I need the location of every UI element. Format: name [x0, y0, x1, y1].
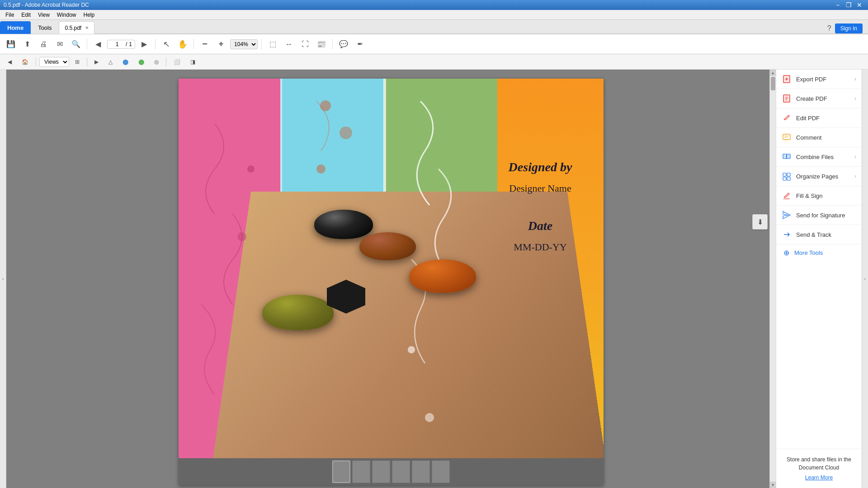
fit-page-button[interactable]: ⬚ [265, 37, 280, 52]
panel-item-organize-pages[interactable]: Organize Pages › [776, 167, 862, 186]
panel-item-comment[interactable]: Comment [776, 128, 862, 147]
combine-files-icon [782, 152, 792, 162]
save-button[interactable]: 💾 [4, 37, 18, 52]
thumbnail-5[interactable] [412, 460, 430, 483]
panel-spacer [776, 261, 862, 449]
sign-tool-button[interactable]: ✒ [353, 37, 367, 52]
edit-pdf-label: Edit PDF [796, 115, 856, 122]
tab-close-icon[interactable]: ✕ [85, 25, 89, 30]
panel-item-send-signature[interactable]: Send for Signature [776, 206, 862, 225]
scroll-track[interactable] [770, 76, 776, 482]
svg-rect-11 [783, 134, 790, 140]
thumbnail-3[interactable] [372, 460, 390, 483]
designed-by-text: Designed by [491, 160, 590, 174]
dish-orange [409, 259, 476, 293]
more-tools-label: More Tools [794, 249, 823, 256]
panel-item-edit-pdf[interactable]: Edit PDF [776, 108, 862, 128]
thumbnail-4[interactable] [392, 460, 410, 483]
shape2-button[interactable]: ⬤ [118, 56, 132, 68]
search-button[interactable]: 🔍 [69, 37, 83, 52]
full-screen-button[interactable]: ⛶ [298, 37, 312, 52]
panel-item-combine-files[interactable]: Combine Files › [776, 147, 862, 167]
box-button[interactable]: ⬜ [170, 56, 184, 68]
scroll-down[interactable]: ▼ [770, 482, 776, 488]
scroll-up[interactable]: ▲ [770, 70, 776, 76]
edit-pdf-icon [782, 113, 792, 123]
panel-item-export-pdf[interactable]: Export PDF › [776, 70, 862, 89]
minimize-button[interactable]: − [833, 1, 843, 9]
signin-button[interactable]: Sign In [835, 23, 863, 33]
panel-item-fill-sign[interactable]: Fill & Sign [776, 186, 862, 206]
select-tool-button[interactable]: ↖ [159, 37, 174, 52]
thumbnail-2[interactable] [352, 460, 370, 483]
shape4-button[interactable]: ◎ [150, 56, 163, 68]
menu-window[interactable]: Window [53, 11, 80, 19]
panel-item-create-pdf[interactable]: Create PDF › [776, 89, 862, 108]
zoom-select[interactable]: 104% 50% 75% 100% 125% 150% [230, 39, 258, 49]
palette-button[interactable]: ◨ [186, 56, 199, 68]
tb2-sep-2 [87, 57, 87, 66]
print-button[interactable]: 🖨 [36, 37, 51, 52]
left-panel-toggle[interactable]: › [0, 70, 6, 488]
comment-tool-button[interactable]: 💬 [336, 37, 351, 52]
views-select[interactable]: Views [39, 57, 69, 67]
page-number-input[interactable] [110, 41, 124, 47]
prev-page-button[interactable]: ◀ [91, 37, 105, 52]
panel-item-send-track[interactable]: Send & Track [776, 225, 862, 244]
page-thumbnails [179, 458, 604, 485]
email-button[interactable]: ✉ [52, 37, 67, 52]
thumbnail-6[interactable] [432, 460, 450, 483]
share-button[interactable]: ⬆ [20, 37, 34, 52]
menu-view[interactable]: View [34, 11, 53, 19]
hand-tool-button[interactable]: ✋ [175, 37, 190, 52]
organize-pages-label: Organize Pages [796, 173, 850, 180]
page-nav: / 1 [107, 40, 135, 49]
play-button[interactable]: ▶ [90, 56, 103, 68]
read-mode-button[interactable]: 📰 [314, 37, 329, 52]
download-floating-button[interactable]: ⬇ [752, 214, 768, 230]
menu-help[interactable]: Help [80, 11, 99, 19]
menu-file[interactable]: File [2, 11, 18, 19]
menu-edit[interactable]: Edit [18, 11, 34, 19]
create-pdf-expand: › [854, 95, 856, 102]
restore-button[interactable]: ❐ [844, 1, 854, 9]
separator-4 [261, 39, 262, 50]
secondary-toolbar: ◀ 🏠 Views ⊞ ▶ △ ⬤ ⬤ ◎ ⬜ ◨ [0, 54, 868, 70]
send-signature-icon [782, 210, 792, 220]
thumbnail-1[interactable] [332, 460, 350, 483]
tab-file[interactable]: 0.5.pdf ✕ [59, 21, 94, 34]
export-pdf-expand: › [854, 76, 856, 82]
arrange-button[interactable]: ⊞ [71, 56, 84, 68]
scroll-thumb[interactable] [771, 77, 775, 90]
svg-rect-19 [787, 177, 790, 180]
doc-cloud-text: Store and share files in the Document Cl… [787, 456, 851, 471]
separator-5 [332, 39, 333, 50]
learn-more-link[interactable]: Learn More [782, 474, 856, 482]
tab-home[interactable]: Home [0, 21, 31, 34]
fit-width-button[interactable]: ↔ [282, 37, 296, 52]
next-page-button[interactable]: ▶ [137, 37, 151, 52]
home-button[interactable]: 🏠 [18, 56, 33, 68]
shape1-button[interactable]: △ [104, 56, 117, 68]
date-value-text: MM-DD-YY [491, 241, 590, 253]
zoom-in-button[interactable]: + [214, 37, 228, 52]
titlebar: 0.5.pdf - Adobe Acrobat Reader DC − ❐ ✕ [0, 0, 868, 10]
send-signature-label: Send for Signature [796, 212, 856, 219]
shape3-button[interactable]: ⬤ [134, 56, 148, 68]
right-panel-toggle[interactable]: ‹ [862, 70, 868, 488]
back-button[interactable]: ◀ [4, 56, 16, 68]
send-track-label: Send & Track [796, 231, 856, 238]
vertical-scrollbar[interactable]: ▲ ▼ [769, 70, 776, 488]
separator-3 [193, 39, 194, 50]
zoom-out-button[interactable]: − [198, 37, 212, 52]
create-pdf-icon [782, 94, 792, 103]
close-button[interactable]: ✕ [854, 1, 864, 9]
svg-rect-17 [787, 173, 790, 176]
menubar: File Edit View Window Help [0, 10, 868, 20]
panel-item-more-tools[interactable]: ⊕ More Tools [776, 244, 862, 261]
tab-tools[interactable]: Tools [32, 21, 58, 34]
svg-rect-12 [783, 154, 787, 159]
comment-label: Comment [796, 134, 856, 141]
help-icon[interactable]: ? [827, 24, 831, 33]
organize-pages-icon [782, 171, 792, 181]
